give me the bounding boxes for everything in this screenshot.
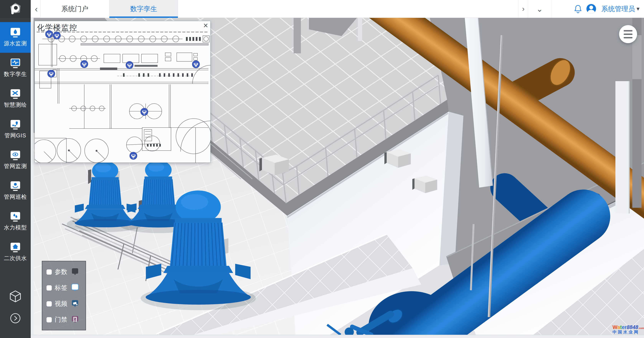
door-balloon-icon	[70, 315, 80, 324]
parameter-balloon-icon	[70, 267, 80, 277]
tabs-collapse-chevron[interactable]: ⌄	[528, 0, 551, 18]
circle-arrow-right-icon[interactable]	[10, 312, 21, 324]
tab-digital-twin[interactable]: 数字孪生	[109, 0, 178, 18]
label-balloon-icon	[70, 283, 80, 293]
sidebar-items: 源水监测数字孪生智慧测绘管网GIS管网监测管网巡检水力模型二次供水	[0, 22, 31, 268]
tab-label: 数字孪生	[130, 4, 157, 14]
user-name[interactable]: 系统管理员	[602, 0, 635, 18]
sidebar-item-label: 数字孪生	[4, 70, 27, 78]
cad-floor-plan	[35, 21, 211, 163]
layer-row-parameter: 参数	[42, 264, 86, 280]
dome-camera-icon[interactable]	[140, 108, 148, 116]
chemical-building-plan-overlay: 化学楼监控 ×	[34, 21, 210, 163]
layer-row-label: 标签	[42, 280, 86, 296]
dome-camera-icon[interactable]	[53, 32, 61, 39]
user-avatar[interactable]	[586, 4, 596, 14]
watermark-number: 8848	[627, 324, 638, 330]
video-balloon-icon	[70, 299, 80, 309]
sidebar-item-secondary-supply[interactable]: 二次供水	[0, 237, 31, 268]
tabs-forward-chevron[interactable]: ›	[518, 0, 528, 18]
sidebar-item-label: 水力模型	[4, 224, 27, 232]
sidebar-item-pipe-patrol[interactable]: 管网巡检	[0, 176, 31, 206]
sidebar-item-pipe-monitor[interactable]: 管网监测	[0, 145, 31, 176]
layer-label: 视频	[55, 300, 70, 308]
bottom-strip	[31, 335, 644, 338]
watermark-letter: a	[617, 324, 620, 330]
tab-system-portal[interactable]: 系统门户	[40, 0, 109, 18]
p-logo-icon	[8, 2, 22, 16]
layer-checkbox[interactable]	[46, 317, 52, 322]
dome-camera-icon[interactable]	[126, 61, 133, 69]
smart-survey-icon	[10, 89, 21, 99]
sidebar-item-digital-twin[interactable]: 数字孪生	[0, 53, 31, 84]
sidebar-item-label: 二次供水	[4, 254, 27, 262]
sidebar-item-label: 智慧测绘	[4, 101, 27, 109]
sidebar-item-label: 管网GIS	[4, 132, 26, 140]
layer-checkbox[interactable]	[46, 301, 52, 306]
dome-camera-icon[interactable]	[45, 30, 53, 38]
sidebar-item-source-water-monitor[interactable]: 源水监测	[0, 22, 31, 53]
app-logo[interactable]	[0, 0, 31, 18]
secondary-supply-icon	[10, 242, 21, 253]
layer-label: 门禁	[55, 315, 70, 324]
user-menu-caret-icon[interactable]: ▼	[636, 0, 640, 18]
watermark-suffix: .com	[638, 327, 644, 330]
pipe-monitor-icon	[10, 150, 21, 160]
dome-camera-icon[interactable]	[130, 152, 137, 160]
hydraulic-model-icon	[10, 212, 21, 222]
watermark-letter: e	[622, 324, 625, 330]
watermark-line1: Water8848.com	[612, 324, 643, 330]
digital-twin-icon	[10, 58, 21, 68]
source-water-monitor-icon	[10, 28, 21, 38]
sidebar-item-smart-survey[interactable]: 智慧测绘	[0, 84, 31, 114]
layer-row-video: 视频	[42, 296, 86, 312]
sidebar-item-label: 管网巡检	[4, 193, 27, 201]
sidebar-item-label: 源水监测	[4, 40, 27, 48]
tab-label: 系统门户	[62, 4, 88, 14]
layer-checkbox[interactable]	[46, 269, 52, 275]
dome-camera-icon[interactable]	[48, 70, 55, 78]
layer-checkbox[interactable]	[46, 285, 52, 290]
hamburger-menu-icon[interactable]	[619, 25, 637, 43]
plan-title: 化学楼监控	[37, 22, 77, 33]
cube-3d-icon[interactable]	[9, 290, 22, 303]
layer-label: 标签	[55, 284, 70, 292]
dome-camera-icon[interactable]	[192, 60, 200, 68]
watermark-line2: 中国水业网	[612, 330, 643, 334]
watermark-letter: t	[620, 324, 622, 330]
layer-row-door: 门禁	[42, 312, 86, 328]
sidebar-item-hydraulic-model[interactable]: 水力模型	[0, 206, 31, 237]
sidebar-item-pipe-gis[interactable]: 管网GIS	[0, 114, 31, 145]
watermark-letter: W	[612, 324, 617, 330]
sidebar-item-label: 管网监测	[4, 162, 27, 170]
notification-bell-icon[interactable]	[574, 4, 582, 14]
sidebar: 源水监测数字孪生智慧测绘管网GIS管网监测管网巡检水力模型二次供水	[0, 18, 31, 338]
app-window: ‹ 系统门户数字孪生 › ⌄ 系统管理员 ▼ 源水监测数字孪生智慧测绘管网GIS…	[0, 0, 644, 338]
tab-strip: 系统门户数字孪生	[40, 0, 178, 18]
watermark: Water8848.com 中国水业网	[612, 324, 643, 334]
layer-label: 参数	[55, 268, 70, 276]
watermark-letter: r	[625, 324, 627, 330]
tabs-back-chevron[interactable]: ‹	[32, 0, 40, 18]
pipe-gis-icon	[10, 120, 21, 130]
dome-camera-icon[interactable]	[80, 60, 88, 68]
scene-layers-panel: 参数标签视频门禁	[42, 261, 86, 330]
pipe-patrol-icon	[10, 181, 21, 191]
top-bar: ‹ 系统门户数字孪生 › ⌄ 系统管理员 ▼	[0, 0, 644, 18]
plan-close-button[interactable]: ×	[203, 22, 208, 30]
